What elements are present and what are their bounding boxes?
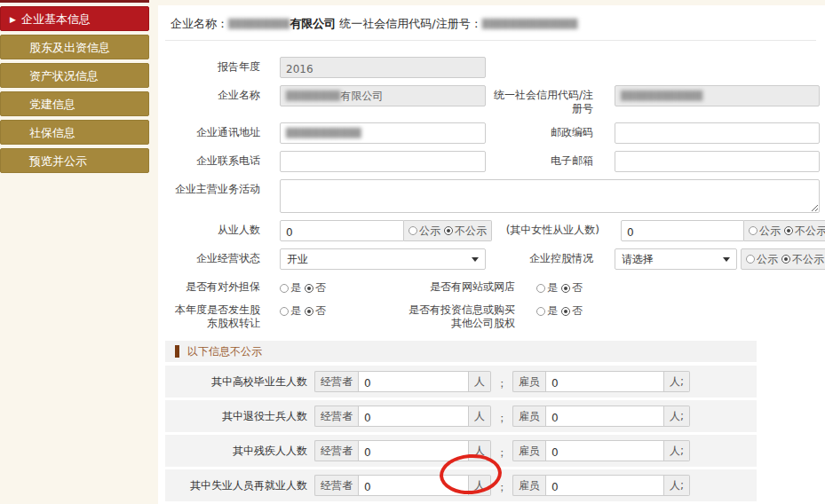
sidebar-item-shareholders[interactable]: 股东及出资信息 [0,35,149,59]
radio-no[interactable]: 否 [561,303,583,319]
phone-input[interactable] [280,151,486,172]
sidebar-item-label: 企业基本信息 [21,12,91,26]
website-label: 是否有网站或网店 [408,277,515,294]
radio-public[interactable]: 公示 [746,252,778,267]
female-staff-input[interactable] [621,220,744,241]
form-row: 是否有对外担保 是 否 是否有网站或网店 是 否 [165,277,825,295]
female-staff-publicity-radio-group: 公示 不公示 [744,220,825,241]
business-activity-textarea[interactable] [280,179,820,213]
radio-not-public[interactable]: 不公示 [784,224,825,239]
non-public-section-title: 以下信息不公示 [187,344,262,359]
company-name-masked: █████████ [228,19,290,28]
address-input[interactable]: ███████████ [280,122,486,144]
table-row: 其中失业人员再就业人数 经营者人 ； 雇员人; [165,469,757,501]
operating-status-select[interactable]: 开业 [280,248,486,270]
address-label: 企业通讯地址 [165,122,260,139]
radio-icon [280,284,289,293]
address-input-masked: ███████████ [286,128,361,138]
employee-group: 雇员人; [512,475,690,496]
radio-label: 公示 [419,224,440,239]
operator-group: 经营者人 [314,371,491,392]
sidebar-item-label: 党建信息 [29,98,75,111]
holding-status-label: 企业控股情况 [486,248,593,265]
radio-yes[interactable]: 是 [536,303,558,319]
radio-icon [746,255,755,264]
guarantee-radio-group: 是 否 [280,277,326,295]
email-input[interactable] [615,151,820,172]
staff-publicity-radio-group: 公示 不公示 [404,220,492,241]
selected-option: 开业 [287,252,308,267]
radio-label: 否 [315,303,326,319]
radio-icon [536,307,545,316]
active-item-marker-icon: ▶ [10,15,16,24]
employee-addon: 雇员 [512,406,545,427]
credit-code-input[interactable]: ████████████ [615,85,820,106]
group-separator: ； [496,376,507,391]
veterans-employee-input[interactable] [545,406,664,427]
employee-group: 雇员人; [512,406,690,427]
radio-label: 否 [572,280,583,295]
veterans-operator-input[interactable] [358,406,469,427]
radio-public[interactable]: 公示 [749,224,781,239]
radio-public[interactable]: 公示 [409,224,440,239]
sidebar-item-label: 资产状况信息 [29,69,99,83]
sidebar-item-label: 社保信息 [29,126,75,139]
reemployed-operator-input[interactable] [358,475,469,496]
equity-transfer-radio-group: 是 否 [280,300,326,319]
company-name-input[interactable]: ████████有限公司 [280,85,486,106]
radio-no[interactable]: 否 [561,280,583,295]
disabled-operator-input[interactable] [358,440,469,461]
radio-label: 否 [315,280,326,295]
radio-checked-icon [444,226,453,235]
radio-not-public[interactable]: 不公示 [781,252,824,267]
radio-yes[interactable]: 是 [536,280,558,295]
sidebar-item-preview-publish[interactable]: 预览并公示 [0,148,149,173]
sidebar-item-basic-info[interactable]: ▶企业基本信息 [0,6,149,31]
sidebar-item-label: 预览并公示 [29,154,87,168]
table-row: 其中高校毕业生人数 经营者人 ； 雇员人; [165,366,757,398]
graduates-operator-input[interactable] [358,371,469,392]
radio-yes[interactable]: 是 [280,303,301,319]
main-panel: 企业名称：█████████有限公司 统一社会信用代码/注册号：████████… [158,5,825,504]
holding-publicity-radio-group: 公示 不公示 [741,248,825,270]
radio-yes[interactable]: 是 [280,280,301,295]
unit-addon: 人 [469,475,491,496]
non-public-section-header: 以下信息不公示 [165,341,757,362]
disabled-employee-input[interactable] [545,440,664,461]
holding-status-select[interactable]: 请选择 [615,248,737,270]
unit-addon: 人 [469,406,491,427]
radio-checked-icon [561,284,570,293]
radio-label: 不公示 [792,252,824,267]
form-row: 报告年度 [165,57,825,78]
reemployed-employee-input[interactable] [545,475,664,496]
radio-icon [280,307,289,316]
postcode-label: 邮政编码 [486,122,593,139]
operator-group: 经营者人 [314,440,491,461]
operating-status-label: 企业经营状态 [165,248,260,265]
report-year-input[interactable] [280,57,486,78]
radio-icon [409,226,417,235]
unit-addon: 人 [469,371,491,392]
sidebar-item-party-building[interactable]: 党建信息 [0,91,149,116]
radio-no[interactable]: 否 [305,303,326,319]
radio-not-public[interactable]: 不公示 [444,224,487,239]
operator-addon: 经营者 [314,440,358,461]
graduates-employee-input[interactable] [545,371,664,392]
sidebar-item-assets[interactable]: 资产状况信息 [0,63,149,88]
radio-checked-icon [561,307,570,316]
selected-option: 请选择 [622,252,654,267]
company-name-input-suffix: 有限公司 [341,89,384,104]
radio-label: 是 [290,280,301,295]
investment-label: 是否有投资信息或购买其他公司股权 [408,300,515,330]
radio-label: 是 [547,280,558,295]
form-row: 从业人数 公示 不公示 (其中女性从业人数) 公示 不公示 [165,220,825,241]
sidebar-item-social-security[interactable]: 社保信息 [0,120,149,145]
operator-addon: 经营者 [314,371,358,392]
radio-checked-icon [781,255,790,264]
postcode-input[interactable] [615,122,820,144]
radio-checked-icon [784,226,793,235]
unit-addon: 人; [664,475,690,496]
staff-count-label: 从业人数 [165,220,260,237]
staff-count-input[interactable] [280,220,404,241]
radio-no[interactable]: 否 [305,280,326,295]
